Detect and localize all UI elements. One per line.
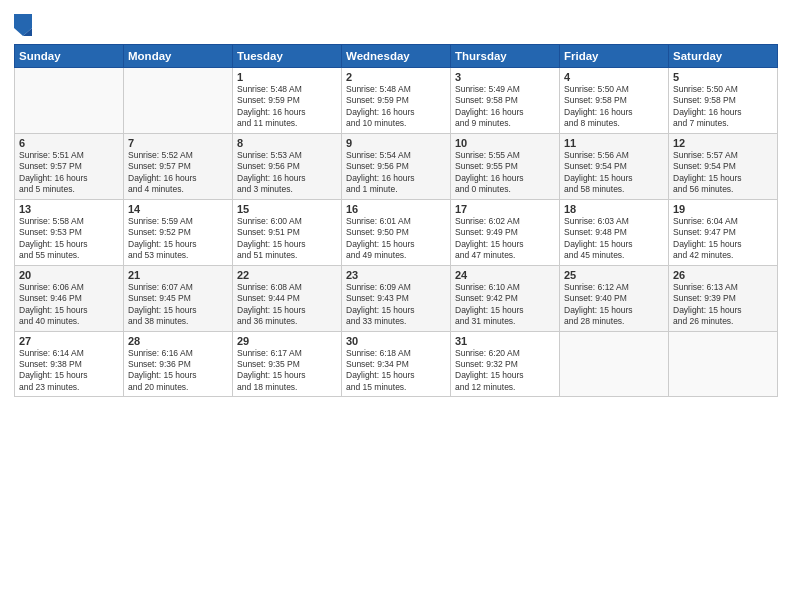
day-number: 4 [564, 71, 664, 83]
calendar-day-cell: 19Sunrise: 6:04 AM Sunset: 9:47 PM Dayli… [669, 199, 778, 265]
day-number: 29 [237, 335, 337, 347]
day-info: Sunrise: 6:02 AM Sunset: 9:49 PM Dayligh… [455, 216, 555, 262]
calendar-week-row: 27Sunrise: 6:14 AM Sunset: 9:38 PM Dayli… [15, 331, 778, 397]
day-info: Sunrise: 6:01 AM Sunset: 9:50 PM Dayligh… [346, 216, 446, 262]
day-info: Sunrise: 6:18 AM Sunset: 9:34 PM Dayligh… [346, 348, 446, 394]
day-info: Sunrise: 6:08 AM Sunset: 9:44 PM Dayligh… [237, 282, 337, 328]
header [14, 10, 778, 36]
calendar-day-cell: 2Sunrise: 5:48 AM Sunset: 9:59 PM Daylig… [342, 68, 451, 134]
day-info: Sunrise: 6:03 AM Sunset: 9:48 PM Dayligh… [564, 216, 664, 262]
calendar-header-row: SundayMondayTuesdayWednesdayThursdayFrid… [15, 45, 778, 68]
calendar-day-cell: 14Sunrise: 5:59 AM Sunset: 9:52 PM Dayli… [124, 199, 233, 265]
day-number: 20 [19, 269, 119, 281]
day-info: Sunrise: 6:09 AM Sunset: 9:43 PM Dayligh… [346, 282, 446, 328]
day-info: Sunrise: 5:50 AM Sunset: 9:58 PM Dayligh… [564, 84, 664, 130]
calendar-day-cell: 1Sunrise: 5:48 AM Sunset: 9:59 PM Daylig… [233, 68, 342, 134]
logo [14, 14, 36, 36]
day-number: 12 [673, 137, 773, 149]
calendar-day-cell: 13Sunrise: 5:58 AM Sunset: 9:53 PM Dayli… [15, 199, 124, 265]
weekday-header: Sunday [15, 45, 124, 68]
day-info: Sunrise: 5:58 AM Sunset: 9:53 PM Dayligh… [19, 216, 119, 262]
day-number: 13 [19, 203, 119, 215]
calendar-day-cell: 7Sunrise: 5:52 AM Sunset: 9:57 PM Daylig… [124, 133, 233, 199]
calendar-day-cell: 17Sunrise: 6:02 AM Sunset: 9:49 PM Dayli… [451, 199, 560, 265]
day-number: 23 [346, 269, 446, 281]
calendar-day-cell: 10Sunrise: 5:55 AM Sunset: 9:55 PM Dayli… [451, 133, 560, 199]
day-number: 30 [346, 335, 446, 347]
day-info: Sunrise: 6:13 AM Sunset: 9:39 PM Dayligh… [673, 282, 773, 328]
day-info: Sunrise: 5:54 AM Sunset: 9:56 PM Dayligh… [346, 150, 446, 196]
day-info: Sunrise: 6:12 AM Sunset: 9:40 PM Dayligh… [564, 282, 664, 328]
day-number: 25 [564, 269, 664, 281]
day-info: Sunrise: 6:17 AM Sunset: 9:35 PM Dayligh… [237, 348, 337, 394]
day-info: Sunrise: 5:51 AM Sunset: 9:57 PM Dayligh… [19, 150, 119, 196]
calendar-day-cell: 4Sunrise: 5:50 AM Sunset: 9:58 PM Daylig… [560, 68, 669, 134]
day-number: 28 [128, 335, 228, 347]
calendar-day-cell: 24Sunrise: 6:10 AM Sunset: 9:42 PM Dayli… [451, 265, 560, 331]
calendar-day-cell: 3Sunrise: 5:49 AM Sunset: 9:58 PM Daylig… [451, 68, 560, 134]
calendar-day-cell: 21Sunrise: 6:07 AM Sunset: 9:45 PM Dayli… [124, 265, 233, 331]
weekday-header: Wednesday [342, 45, 451, 68]
day-number: 2 [346, 71, 446, 83]
day-number: 27 [19, 335, 119, 347]
calendar-day-cell: 28Sunrise: 6:16 AM Sunset: 9:36 PM Dayli… [124, 331, 233, 397]
day-number: 5 [673, 71, 773, 83]
day-info: Sunrise: 5:57 AM Sunset: 9:54 PM Dayligh… [673, 150, 773, 196]
calendar-day-cell: 27Sunrise: 6:14 AM Sunset: 9:38 PM Dayli… [15, 331, 124, 397]
day-number: 6 [19, 137, 119, 149]
calendar-day-cell: 16Sunrise: 6:01 AM Sunset: 9:50 PM Dayli… [342, 199, 451, 265]
day-info: Sunrise: 5:52 AM Sunset: 9:57 PM Dayligh… [128, 150, 228, 196]
day-info: Sunrise: 6:00 AM Sunset: 9:51 PM Dayligh… [237, 216, 337, 262]
calendar-day-cell: 8Sunrise: 5:53 AM Sunset: 9:56 PM Daylig… [233, 133, 342, 199]
day-number: 15 [237, 203, 337, 215]
day-number: 10 [455, 137, 555, 149]
day-info: Sunrise: 5:59 AM Sunset: 9:52 PM Dayligh… [128, 216, 228, 262]
day-info: Sunrise: 5:49 AM Sunset: 9:58 PM Dayligh… [455, 84, 555, 130]
day-number: 3 [455, 71, 555, 83]
day-info: Sunrise: 6:20 AM Sunset: 9:32 PM Dayligh… [455, 348, 555, 394]
day-number: 17 [455, 203, 555, 215]
calendar-week-row: 1Sunrise: 5:48 AM Sunset: 9:59 PM Daylig… [15, 68, 778, 134]
logo-icon [14, 14, 32, 36]
day-info: Sunrise: 6:10 AM Sunset: 9:42 PM Dayligh… [455, 282, 555, 328]
day-number: 14 [128, 203, 228, 215]
day-info: Sunrise: 5:55 AM Sunset: 9:55 PM Dayligh… [455, 150, 555, 196]
day-number: 8 [237, 137, 337, 149]
calendar-day-cell: 23Sunrise: 6:09 AM Sunset: 9:43 PM Dayli… [342, 265, 451, 331]
day-number: 9 [346, 137, 446, 149]
day-info: Sunrise: 5:56 AM Sunset: 9:54 PM Dayligh… [564, 150, 664, 196]
calendar-day-cell: 12Sunrise: 5:57 AM Sunset: 9:54 PM Dayli… [669, 133, 778, 199]
day-info: Sunrise: 5:48 AM Sunset: 9:59 PM Dayligh… [346, 84, 446, 130]
calendar-day-cell: 22Sunrise: 6:08 AM Sunset: 9:44 PM Dayli… [233, 265, 342, 331]
calendar-day-cell: 18Sunrise: 6:03 AM Sunset: 9:48 PM Dayli… [560, 199, 669, 265]
day-info: Sunrise: 6:04 AM Sunset: 9:47 PM Dayligh… [673, 216, 773, 262]
weekday-header: Thursday [451, 45, 560, 68]
calendar-day-cell: 20Sunrise: 6:06 AM Sunset: 9:46 PM Dayli… [15, 265, 124, 331]
calendar-day-cell: 30Sunrise: 6:18 AM Sunset: 9:34 PM Dayli… [342, 331, 451, 397]
day-number: 22 [237, 269, 337, 281]
calendar-day-cell: 25Sunrise: 6:12 AM Sunset: 9:40 PM Dayli… [560, 265, 669, 331]
empty-cell [124, 68, 233, 134]
empty-cell [669, 331, 778, 397]
weekday-header: Saturday [669, 45, 778, 68]
day-info: Sunrise: 5:48 AM Sunset: 9:59 PM Dayligh… [237, 84, 337, 130]
day-info: Sunrise: 5:50 AM Sunset: 9:58 PM Dayligh… [673, 84, 773, 130]
day-info: Sunrise: 6:06 AM Sunset: 9:46 PM Dayligh… [19, 282, 119, 328]
calendar-day-cell: 6Sunrise: 5:51 AM Sunset: 9:57 PM Daylig… [15, 133, 124, 199]
calendar-day-cell: 15Sunrise: 6:00 AM Sunset: 9:51 PM Dayli… [233, 199, 342, 265]
day-info: Sunrise: 6:07 AM Sunset: 9:45 PM Dayligh… [128, 282, 228, 328]
calendar-day-cell: 11Sunrise: 5:56 AM Sunset: 9:54 PM Dayli… [560, 133, 669, 199]
day-number: 1 [237, 71, 337, 83]
calendar-day-cell: 5Sunrise: 5:50 AM Sunset: 9:58 PM Daylig… [669, 68, 778, 134]
calendar-week-row: 6Sunrise: 5:51 AM Sunset: 9:57 PM Daylig… [15, 133, 778, 199]
page: SundayMondayTuesdayWednesdayThursdayFrid… [0, 0, 792, 612]
day-number: 7 [128, 137, 228, 149]
day-number: 21 [128, 269, 228, 281]
calendar-week-row: 13Sunrise: 5:58 AM Sunset: 9:53 PM Dayli… [15, 199, 778, 265]
day-number: 18 [564, 203, 664, 215]
weekday-header: Tuesday [233, 45, 342, 68]
day-number: 26 [673, 269, 773, 281]
day-info: Sunrise: 6:16 AM Sunset: 9:36 PM Dayligh… [128, 348, 228, 394]
day-number: 19 [673, 203, 773, 215]
day-info: Sunrise: 5:53 AM Sunset: 9:56 PM Dayligh… [237, 150, 337, 196]
